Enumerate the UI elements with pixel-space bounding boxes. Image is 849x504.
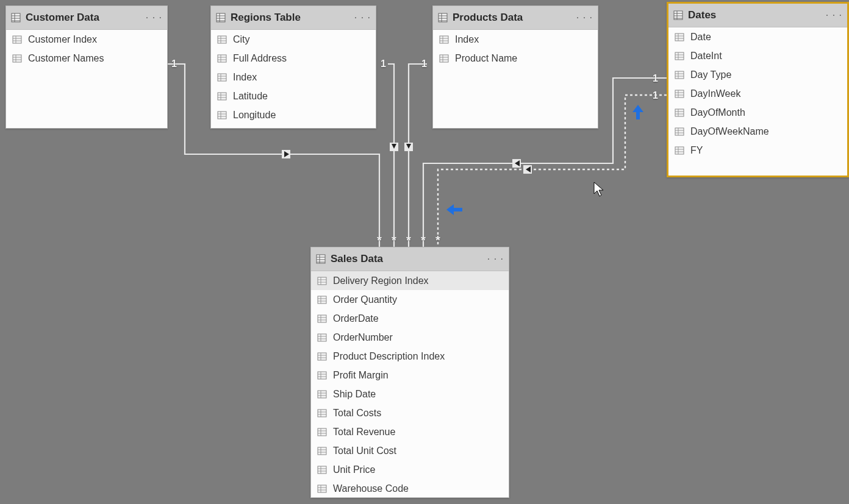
svg-rect-31 bbox=[218, 74, 226, 81]
field-label: Product Name bbox=[455, 53, 517, 64]
cardinality-label: 1 bbox=[653, 90, 658, 101]
field-row[interactable]: Total Revenue bbox=[311, 422, 509, 441]
field-row[interactable]: Full Address bbox=[211, 49, 376, 68]
table-header[interactable]: Products Data· · · bbox=[433, 6, 598, 30]
svg-rect-23 bbox=[218, 36, 226, 43]
annotation-arrow-left bbox=[445, 203, 464, 219]
field-row[interactable]: DateInt bbox=[668, 46, 847, 65]
field-row[interactable]: Total Costs bbox=[311, 403, 509, 422]
field-label: Product Description Index bbox=[333, 351, 445, 362]
field-label: Order Quantity bbox=[333, 294, 397, 305]
table-dates[interactable]: Dates· · ·DateDateIntDay TypeDayInWeekDa… bbox=[667, 2, 849, 177]
field-row[interactable]: Customer Index bbox=[6, 30, 167, 49]
svg-rect-61 bbox=[675, 34, 684, 41]
table-title: Customer Data bbox=[26, 12, 99, 24]
field-label: Day Type bbox=[690, 69, 731, 80]
field-label: Date bbox=[690, 32, 711, 43]
field-list[interactable]: Customer IndexCustomer Names bbox=[6, 30, 167, 127]
column-icon bbox=[317, 484, 327, 493]
field-list[interactable]: CityFull AddressIndexLatitudeLongitude bbox=[211, 30, 376, 127]
cardinality-label: * bbox=[435, 233, 440, 247]
svg-rect-39 bbox=[218, 112, 226, 119]
field-label: DayOfWeekName bbox=[690, 126, 769, 137]
field-row[interactable]: DayInWeek bbox=[668, 84, 847, 103]
table-menu-button[interactable]: · · · bbox=[576, 12, 593, 23]
field-row[interactable]: Customer Names bbox=[6, 49, 167, 68]
column-icon bbox=[317, 447, 327, 455]
field-row[interactable]: OrderNumber bbox=[311, 328, 509, 347]
svg-rect-73 bbox=[675, 90, 684, 98]
table-title: Sales Data bbox=[331, 253, 383, 265]
svg-rect-35 bbox=[218, 93, 226, 100]
field-label: Profit Margin bbox=[333, 370, 389, 381]
cardinality-label: 1 bbox=[653, 73, 658, 84]
field-row[interactable]: OrderDate bbox=[311, 309, 509, 328]
table-menu-button[interactable]: · · · bbox=[487, 254, 504, 264]
field-label: Warehouse Code bbox=[333, 483, 409, 494]
field-row[interactable]: Unit Price bbox=[311, 460, 509, 479]
column-icon bbox=[675, 90, 684, 98]
column-icon bbox=[217, 92, 227, 101]
table-customer[interactable]: Customer Data· · ·Customer IndexCustomer… bbox=[5, 5, 168, 129]
field-row[interactable]: Index bbox=[211, 68, 376, 87]
column-icon bbox=[217, 54, 227, 63]
svg-rect-2 bbox=[404, 143, 413, 151]
column-icon bbox=[317, 390, 327, 399]
column-icon bbox=[675, 33, 684, 41]
svg-rect-77 bbox=[675, 109, 684, 116]
svg-rect-98 bbox=[318, 296, 326, 303]
field-list[interactable]: Delivery Region IndexOrder QuantityOrder… bbox=[311, 271, 509, 497]
svg-rect-126 bbox=[318, 428, 326, 436]
table-header[interactable]: Dates· · · bbox=[668, 4, 847, 27]
table-menu-button[interactable]: · · · bbox=[146, 12, 162, 23]
field-list[interactable]: DateDateIntDay TypeDayInWeekDayOfMonthDa… bbox=[668, 27, 847, 175]
field-row[interactable]: Warehouse Code bbox=[311, 479, 509, 497]
field-label: Ship Date bbox=[333, 389, 376, 400]
column-icon bbox=[317, 466, 327, 474]
column-icon bbox=[12, 54, 22, 63]
table-menu-button[interactable]: · · · bbox=[826, 10, 842, 21]
field-row[interactable]: Latitude bbox=[211, 87, 376, 105]
field-label: Unit Price bbox=[333, 464, 375, 475]
table-header[interactable]: Regions Table· · · bbox=[211, 6, 376, 30]
field-row[interactable]: Date bbox=[668, 27, 847, 46]
cardinality-label: * bbox=[406, 233, 411, 247]
field-row[interactable]: Day Type bbox=[668, 65, 847, 84]
table-header[interactable]: Sales Data· · · bbox=[311, 247, 509, 271]
field-label: DayInWeek bbox=[690, 88, 740, 99]
table-title: Regions Table bbox=[231, 12, 301, 24]
field-row[interactable]: DayOfMonth bbox=[668, 103, 847, 122]
field-row[interactable]: FY bbox=[668, 141, 847, 160]
field-row[interactable]: City bbox=[211, 30, 376, 49]
table-sales[interactable]: Sales Data· · ·Delivery Region IndexOrde… bbox=[310, 247, 509, 498]
table-menu-button[interactable]: · · · bbox=[354, 12, 371, 23]
field-label: DateInt bbox=[690, 51, 722, 62]
field-row[interactable]: Total Unit Cost bbox=[311, 441, 509, 460]
table-regions[interactable]: Regions Table· · ·CityFull AddressIndexL… bbox=[210, 5, 376, 129]
field-row[interactable]: Product Name bbox=[433, 49, 598, 68]
svg-rect-14 bbox=[13, 55, 21, 62]
svg-rect-0 bbox=[282, 150, 290, 158]
field-label: OrderDate bbox=[333, 313, 379, 324]
svg-rect-10 bbox=[13, 36, 21, 43]
field-row[interactable]: Ship Date bbox=[311, 385, 509, 403]
svg-rect-69 bbox=[675, 71, 684, 79]
svg-rect-106 bbox=[318, 334, 326, 341]
field-label: Total Revenue bbox=[333, 427, 395, 438]
field-row[interactable]: Longitude bbox=[211, 105, 376, 124]
field-row[interactable]: DayOfWeekName bbox=[668, 122, 847, 141]
cardinality-label: * bbox=[377, 233, 382, 247]
svg-rect-1 bbox=[390, 143, 398, 151]
model-diagram-canvas[interactable]: { "tables": { "customer": { "title": "Cu… bbox=[0, 0, 849, 504]
column-icon bbox=[675, 108, 684, 117]
table-products[interactable]: Products Data· · ·IndexProduct Name bbox=[432, 5, 598, 129]
field-row[interactable]: Profit Margin bbox=[311, 366, 509, 385]
field-row[interactable]: Index bbox=[433, 30, 598, 49]
cardinality-label: * bbox=[421, 233, 426, 247]
table-header[interactable]: Customer Data· · · bbox=[6, 6, 167, 30]
field-row[interactable]: Product Description Index bbox=[311, 347, 509, 366]
field-row[interactable]: Delivery Region Index bbox=[311, 271, 509, 290]
field-row[interactable]: Order Quantity bbox=[311, 290, 509, 309]
field-list[interactable]: IndexProduct Name bbox=[433, 30, 598, 127]
column-icon bbox=[317, 428, 327, 436]
